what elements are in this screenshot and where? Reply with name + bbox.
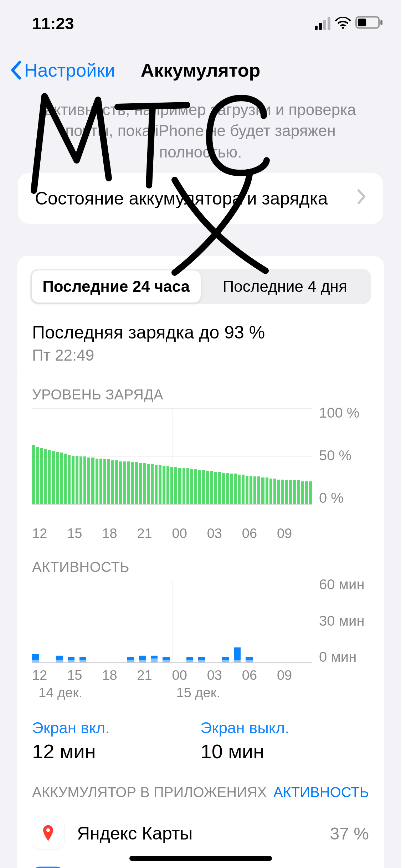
x-tick: 09 bbox=[277, 526, 312, 541]
chart-bar bbox=[230, 474, 233, 504]
chart-bar bbox=[60, 453, 63, 504]
chart-bar bbox=[91, 581, 98, 662]
chart-bar bbox=[147, 464, 150, 505]
screen-on-stat[interactable]: Экран вкл. 12 мин bbox=[32, 719, 201, 763]
chart-bar bbox=[198, 581, 205, 662]
chart-bar bbox=[135, 462, 138, 504]
tab-last-4d[interactable]: Последние 4 дня bbox=[201, 270, 370, 303]
app-row-yandex-maps[interactable]: Яндекс Карты 37 % bbox=[17, 809, 384, 858]
chart-bar bbox=[83, 456, 86, 504]
chart-bar bbox=[214, 472, 217, 504]
chart-bar bbox=[269, 581, 276, 662]
chart-bar bbox=[103, 581, 110, 662]
chart-bar bbox=[115, 460, 118, 504]
chart-bar bbox=[281, 480, 284, 505]
chart-bar bbox=[246, 476, 248, 504]
battery-health-label: Состояние аккумулятора и зарядка bbox=[35, 188, 328, 209]
chart-bar bbox=[111, 460, 114, 504]
last-charge-section: Последняя зарядка до 93 % Пт 22:49 bbox=[17, 304, 384, 372]
chart-bar bbox=[269, 479, 272, 504]
chart-bar bbox=[166, 466, 169, 504]
chart-bar bbox=[273, 479, 276, 504]
chart-bar bbox=[222, 473, 225, 504]
x-tick: 06 bbox=[242, 668, 277, 683]
chart-bar bbox=[277, 480, 280, 505]
chart-bar bbox=[91, 458, 94, 504]
chart-bar bbox=[222, 581, 229, 662]
page-title: Аккумулятор bbox=[141, 60, 261, 81]
chart-bar bbox=[206, 471, 209, 504]
screen-off-stat[interactable]: Экран выкл. 10 мин bbox=[201, 719, 369, 763]
chart-bar bbox=[210, 581, 217, 662]
chart-bar bbox=[96, 459, 98, 505]
chart-bar bbox=[32, 581, 39, 662]
chart-bar bbox=[234, 474, 237, 504]
y-tick: 0 мин bbox=[319, 649, 369, 665]
chart-bar bbox=[293, 480, 296, 504]
chart-bar bbox=[72, 456, 74, 505]
chart-title-level: УРОВЕНЬ ЗАРЯДА bbox=[32, 387, 369, 403]
svg-rect-2 bbox=[380, 20, 382, 25]
chart-bar bbox=[210, 471, 213, 504]
battery-icon bbox=[355, 14, 383, 33]
x-tick: 18 bbox=[102, 526, 137, 541]
status-time: 11:23 bbox=[32, 14, 74, 33]
chart-bar bbox=[48, 450, 51, 504]
chart-bar bbox=[151, 464, 154, 505]
screen-off-label: Экран выкл. bbox=[201, 719, 369, 737]
wifi-icon bbox=[335, 14, 351, 33]
chart-bar bbox=[170, 467, 173, 505]
chart-bar bbox=[68, 581, 74, 662]
chart-bar bbox=[127, 461, 130, 505]
chart-bar bbox=[44, 449, 47, 504]
x-tick: 12 bbox=[32, 526, 67, 541]
chart-bar bbox=[76, 456, 78, 505]
x-tick: 09 bbox=[277, 668, 312, 683]
chart-bar bbox=[281, 581, 288, 662]
apps-activity-link[interactable]: АКТИВНОСТЬ bbox=[273, 784, 369, 800]
back-button[interactable]: Настройки bbox=[9, 60, 115, 81]
y-tick: 30 мин bbox=[319, 613, 369, 629]
app-percent: 37 % bbox=[330, 824, 369, 843]
chart-bar bbox=[40, 448, 43, 504]
activity-chart: АКТИВНОСТЬ 60 мин 30 мин 0 мин 12 15 18 … bbox=[17, 541, 384, 701]
x-tick: 15 bbox=[67, 526, 102, 541]
x-tick: 12 bbox=[32, 668, 67, 683]
chart-bar bbox=[234, 581, 241, 662]
chart-bar bbox=[87, 458, 90, 504]
last-charge-time: Пт 22:49 bbox=[32, 346, 369, 364]
x-tick: 00 bbox=[172, 526, 207, 541]
chart-bar bbox=[301, 481, 304, 504]
chart-bar bbox=[218, 472, 221, 504]
chart-bar bbox=[285, 480, 288, 504]
chart-bar bbox=[119, 461, 122, 505]
chart-bar bbox=[163, 581, 169, 662]
chart-bar bbox=[182, 468, 185, 504]
x-tick: 21 bbox=[137, 668, 172, 683]
cellular-signal-icon bbox=[315, 17, 330, 30]
chart-bar bbox=[131, 462, 134, 504]
chart-bar bbox=[44, 581, 51, 662]
chart-date-right: 15 дек. bbox=[174, 685, 312, 701]
chart-bar bbox=[250, 476, 252, 504]
chart-bar bbox=[32, 445, 35, 504]
svg-point-3 bbox=[46, 828, 50, 832]
chart-bar bbox=[305, 581, 312, 662]
chart-bar bbox=[174, 467, 177, 505]
chart-bar bbox=[186, 581, 193, 662]
chart-bar bbox=[79, 581, 86, 662]
battery-health-row[interactable]: Состояние аккумулятора и зарядка bbox=[18, 173, 383, 224]
chart-bar bbox=[52, 451, 55, 504]
y-tick: 60 мин bbox=[319, 577, 369, 593]
tab-last-24h[interactable]: Последние 24 часа bbox=[32, 270, 201, 303]
chart-bar bbox=[79, 456, 82, 504]
chart-title-activity: АКТИВНОСТЬ bbox=[32, 559, 369, 575]
y-tick: 100 % bbox=[319, 405, 369, 421]
chart-bar bbox=[178, 468, 181, 504]
chart-bar bbox=[175, 581, 181, 662]
chart-bar bbox=[186, 468, 189, 504]
home-indicator[interactable] bbox=[129, 856, 272, 861]
chart-bar bbox=[242, 475, 245, 504]
chart-bar bbox=[143, 463, 146, 504]
y-tick: 0 % bbox=[319, 490, 369, 506]
